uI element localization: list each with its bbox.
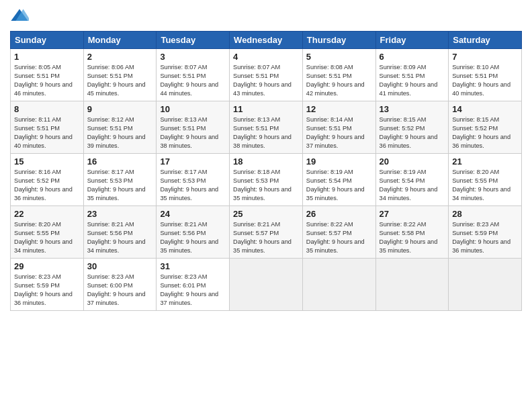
weekday-header-sunday: Sunday [11,32,84,49]
day-number: 2 [87,52,153,62]
day-number: 10 [160,104,226,114]
calendar-cell: 19Sunrise: 8:19 AMSunset: 5:54 PMDayligh… [302,154,375,206]
day-info: Sunrise: 8:21 AMSunset: 5:56 PMDaylight:… [87,220,153,255]
calendar-cell: 12Sunrise: 8:14 AMSunset: 5:51 PMDayligh… [302,101,375,154]
day-info: Sunrise: 8:23 AMSunset: 6:01 PMDaylight:… [160,273,226,308]
calendar-cell: 22Sunrise: 8:20 AMSunset: 5:55 PMDayligh… [11,206,84,259]
calendar-cell: 15Sunrise: 8:16 AMSunset: 5:52 PMDayligh… [11,154,84,206]
day-number: 11 [233,104,299,114]
calendar-cell: 31Sunrise: 8:23 AMSunset: 6:01 PMDayligh… [157,259,230,311]
day-number: 25 [233,209,299,219]
header [10,7,522,26]
day-info: Sunrise: 8:09 AMSunset: 5:51 PMDaylight:… [380,63,445,98]
day-number: 20 [380,156,445,167]
day-info: Sunrise: 8:16 AMSunset: 5:52 PMDaylight:… [14,168,80,203]
calendar-cell: 5Sunrise: 8:08 AMSunset: 5:51 PMDaylight… [302,49,375,101]
day-number: 31 [160,261,226,271]
calendar-cell: 17Sunrise: 8:17 AMSunset: 5:53 PMDayligh… [157,154,230,206]
day-info: Sunrise: 8:15 AMSunset: 5:52 PMDaylight:… [452,116,518,150]
day-number: 14 [452,104,518,114]
day-info: Sunrise: 8:19 AMSunset: 5:54 PMDaylight:… [306,168,372,203]
day-number: 13 [380,104,445,114]
day-info: Sunrise: 8:18 AMSunset: 5:53 PMDaylight:… [233,168,299,203]
calendar-cell: 18Sunrise: 8:18 AMSunset: 5:53 PMDayligh… [230,154,303,206]
calendar-table: SundayMondayTuesdayWednesdayThursdayFrid… [10,31,522,311]
logo-icon [10,7,29,26]
day-number: 30 [87,261,153,271]
calendar-cell: 26Sunrise: 8:22 AMSunset: 5:57 PMDayligh… [302,206,375,259]
calendar-cell: 23Sunrise: 8:21 AMSunset: 5:56 PMDayligh… [83,206,157,259]
day-number: 3 [160,52,226,62]
calendar-cell [449,259,522,311]
calendar-cell: 21Sunrise: 8:20 AMSunset: 5:55 PMDayligh… [449,154,522,206]
day-info: Sunrise: 8:21 AMSunset: 5:57 PMDaylight:… [233,220,299,255]
calendar-cell: 11Sunrise: 8:13 AMSunset: 5:51 PMDayligh… [230,101,303,154]
day-info: Sunrise: 8:11 AMSunset: 5:51 PMDaylight:… [14,116,80,150]
calendar-cell: 4Sunrise: 8:07 AMSunset: 5:51 PMDaylight… [230,49,303,101]
calendar-cell: 14Sunrise: 8:15 AMSunset: 5:52 PMDayligh… [449,101,522,154]
day-number: 23 [87,209,153,219]
day-number: 4 [233,52,299,62]
calendar-cell: 9Sunrise: 8:12 AMSunset: 5:51 PMDaylight… [83,101,157,154]
day-number: 21 [452,156,518,167]
weekday-header-saturday: Saturday [449,32,522,49]
page: SundayMondayTuesdayWednesdayThursdayFrid… [0,0,532,411]
day-number: 19 [306,156,372,167]
day-info: Sunrise: 8:20 AMSunset: 5:55 PMDaylight:… [452,168,518,203]
calendar-cell: 8Sunrise: 8:11 AMSunset: 5:51 PMDaylight… [11,101,84,154]
day-info: Sunrise: 8:22 AMSunset: 5:58 PMDaylight:… [380,220,445,255]
calendar-cell: 30Sunrise: 8:23 AMSunset: 6:00 PMDayligh… [83,259,157,311]
weekday-header-row: SundayMondayTuesdayWednesdayThursdayFrid… [11,32,522,49]
day-info: Sunrise: 8:14 AMSunset: 5:51 PMDaylight:… [306,116,372,150]
weekday-header-wednesday: Wednesday [230,32,303,49]
calendar-cell [375,259,449,311]
calendar-cell: 27Sunrise: 8:22 AMSunset: 5:58 PMDayligh… [375,206,449,259]
calendar-row-1: 1Sunrise: 8:05 AMSunset: 5:51 PMDaylight… [11,49,522,101]
day-info: Sunrise: 8:23 AMSunset: 5:59 PMDaylight:… [14,273,80,308]
calendar-row-4: 22Sunrise: 8:20 AMSunset: 5:55 PMDayligh… [11,206,522,259]
weekday-header-monday: Monday [83,32,157,49]
day-number: 24 [160,209,226,219]
logo [10,7,30,26]
day-info: Sunrise: 8:23 AMSunset: 5:59 PMDaylight:… [452,220,518,255]
day-number: 5 [306,52,372,62]
calendar-cell [230,259,303,311]
day-number: 28 [452,209,518,219]
calendar-cell: 24Sunrise: 8:21 AMSunset: 5:56 PMDayligh… [157,206,230,259]
day-info: Sunrise: 8:08 AMSunset: 5:51 PMDaylight:… [306,63,372,98]
day-info: Sunrise: 8:21 AMSunset: 5:56 PMDaylight:… [160,220,226,255]
calendar-row-3: 15Sunrise: 8:16 AMSunset: 5:52 PMDayligh… [11,154,522,206]
calendar-cell: 2Sunrise: 8:06 AMSunset: 5:51 PMDaylight… [83,49,157,101]
day-number: 16 [87,156,153,167]
calendar-cell: 1Sunrise: 8:05 AMSunset: 5:51 PMDaylight… [11,49,84,101]
day-info: Sunrise: 8:20 AMSunset: 5:55 PMDaylight:… [14,220,80,255]
day-number: 1 [14,52,80,62]
weekday-header-tuesday: Tuesday [157,32,230,49]
calendar-cell [302,259,375,311]
day-number: 27 [380,209,445,219]
day-info: Sunrise: 8:22 AMSunset: 5:57 PMDaylight:… [306,220,372,255]
day-number: 8 [14,104,80,114]
day-info: Sunrise: 8:10 AMSunset: 5:51 PMDaylight:… [452,63,518,98]
day-info: Sunrise: 8:13 AMSunset: 5:51 PMDaylight:… [233,116,299,150]
day-info: Sunrise: 8:06 AMSunset: 5:51 PMDaylight:… [87,63,153,98]
day-number: 22 [14,209,80,219]
day-number: 15 [14,156,80,167]
day-number: 18 [233,156,299,167]
weekday-header-friday: Friday [375,32,449,49]
calendar-cell: 10Sunrise: 8:13 AMSunset: 5:51 PMDayligh… [157,101,230,154]
day-info: Sunrise: 8:05 AMSunset: 5:51 PMDaylight:… [14,63,80,98]
calendar-cell: 25Sunrise: 8:21 AMSunset: 5:57 PMDayligh… [230,206,303,259]
day-number: 6 [380,52,445,62]
day-number: 12 [306,104,372,114]
calendar-cell: 16Sunrise: 8:17 AMSunset: 5:53 PMDayligh… [83,154,157,206]
weekday-header-thursday: Thursday [302,32,375,49]
day-number: 7 [452,52,518,62]
day-info: Sunrise: 8:07 AMSunset: 5:51 PMDaylight:… [160,63,226,98]
day-info: Sunrise: 8:15 AMSunset: 5:52 PMDaylight:… [380,116,445,150]
day-number: 17 [160,156,226,167]
calendar-cell: 20Sunrise: 8:19 AMSunset: 5:54 PMDayligh… [375,154,449,206]
day-number: 29 [14,261,80,271]
calendar-cell: 3Sunrise: 8:07 AMSunset: 5:51 PMDaylight… [157,49,230,101]
day-info: Sunrise: 8:17 AMSunset: 5:53 PMDaylight:… [160,168,226,203]
